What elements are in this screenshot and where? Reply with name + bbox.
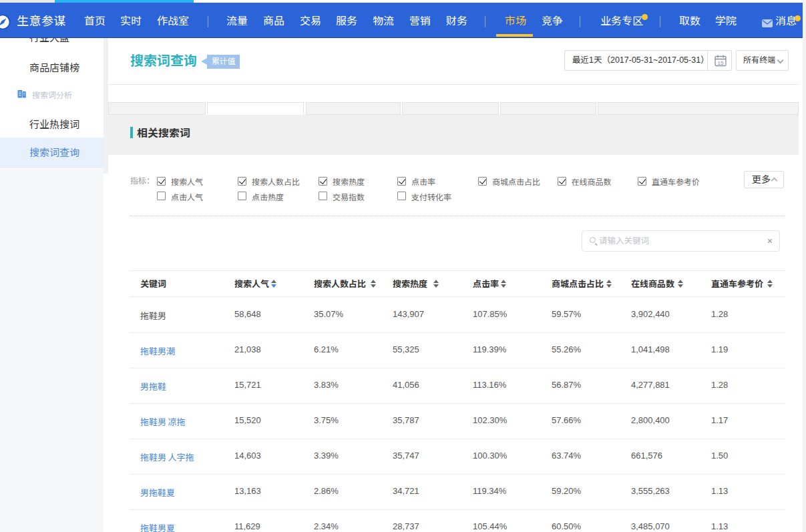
svg-text:15: 15 [718,60,724,66]
